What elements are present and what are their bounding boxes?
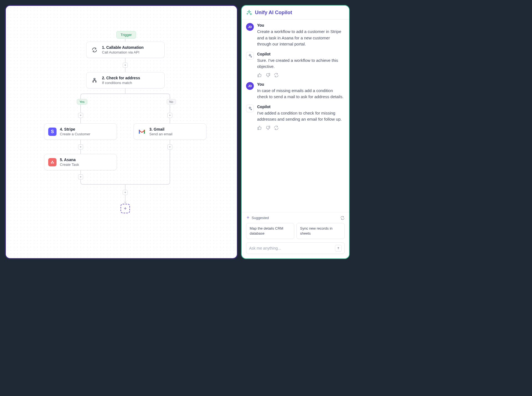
message-author: Copilot [257,105,345,109]
regenerate-icon[interactable] [274,125,279,130]
yes-label: Yes [80,100,85,103]
add-step-button[interactable]: + [78,174,83,179]
asana-icon [48,158,57,166]
thumbs-up-icon[interactable] [257,125,262,130]
chat-input[interactable] [249,246,335,250]
add-step-button[interactable]: + [167,113,172,118]
sparkle-icon [248,106,252,111]
chat-message: Copilot I've added a condition to check … [246,105,345,130]
gmail-icon [138,128,146,136]
feedback-row [257,73,345,78]
node-subtitle: Create a Customer [60,132,90,136]
sparkle-icon [246,216,250,220]
stripe-icon: S [48,128,57,136]
trigger-badge: Trigger [116,31,136,39]
node-subtitle: Send an email [149,132,172,136]
refresh-icon[interactable] [340,216,345,220]
message-text: In case of missing emails add a conditio… [257,88,345,100]
svg-point-10 [93,81,93,82]
workflow-canvas[interactable]: Trigger 1. Callable Automation Call Auto… [5,5,238,259]
svg-point-11 [95,81,96,82]
avatar [246,105,254,112]
send-button[interactable] [335,245,342,252]
node-check-address[interactable]: 2. Check for address If conditions match [86,72,165,88]
add-step-button[interactable]: + [123,190,128,195]
suggestion-card[interactable]: Map the details CRM database [246,223,294,239]
sparkle-icon [248,54,252,58]
add-step-button[interactable]: + [78,113,83,118]
node-title: 1. Callable Automation [102,45,144,50]
svg-point-12 [52,161,53,162]
copilot-title: Unify AI Copilot [255,10,292,16]
add-step-button[interactable]: + [123,63,128,68]
message-text: I've added a condition to check for miss… [257,110,345,123]
node-title: 3. Gmail [149,127,172,131]
copilot-header: Unify AI Copilot [242,6,349,20]
node-subtitle: Call Automation via API [102,50,144,54]
suggested-section: Suggested Map the details CRM database S… [242,212,349,258]
thumbs-up-icon[interactable] [257,73,262,78]
thumbs-down-icon[interactable] [265,73,270,78]
suggested-label: Suggested [252,216,269,220]
avatar: JD [246,23,254,31]
node-stripe[interactable]: S 4. Stripe Create a Customer [44,123,117,140]
svg-rect-9 [94,78,95,79]
node-title: 4. Stripe [60,127,90,131]
message-text: Create a workflow to add a customer in S… [257,29,345,47]
add-end-step-button[interactable]: + [121,204,130,213]
message-author: You [257,23,345,27]
chat-thread[interactable]: JD You Create a workflow to add a custom… [242,20,349,212]
chat-message: JD You Create a workflow to add a custom… [246,23,345,47]
node-title: 5. Asana [60,158,79,162]
compose-row [246,242,345,254]
trigger-label: Trigger [121,33,132,37]
suggestion-card[interactable]: Sync new records in sheets [296,223,345,239]
regenerate-icon[interactable] [274,73,279,78]
refresh-icon [90,46,99,54]
node-subtitle: Create Task [60,163,79,167]
sparkle-icon [246,9,252,16]
node-subtitle: If conditions match [102,81,140,85]
branch-no-badge: No [167,99,176,105]
node-asana[interactable]: 5. Asana Create Task [44,154,117,170]
thumbs-down-icon[interactable] [265,125,270,130]
chat-message: JD You In case of missing emails add a c… [246,82,345,100]
avatar [246,52,254,60]
message-author: You [257,82,345,87]
no-label: No [169,100,173,103]
avatar: JD [246,82,254,90]
feedback-row [257,125,345,130]
branch-yes-badge: Yes [77,99,87,105]
node-callable-automation[interactable]: 1. Callable Automation Call Automation v… [86,42,165,58]
add-step-button[interactable]: + [78,144,83,149]
svg-point-13 [51,162,52,164]
message-author: Copilot [257,52,345,56]
copilot-panel: Unify AI Copilot JD You Create a workflo… [241,5,350,259]
add-step-button[interactable]: + [167,144,172,149]
node-gmail[interactable]: 3. Gmail Send an email [134,123,206,140]
chat-message: Copilot Sure. I've created a workflow to… [246,52,345,78]
branch-icon [90,76,99,85]
arrow-up-icon [337,247,340,250]
svg-point-14 [53,162,54,164]
message-text: Sure. I've created a workflow to achieve… [257,57,345,70]
node-title: 2. Check for address [102,76,140,80]
